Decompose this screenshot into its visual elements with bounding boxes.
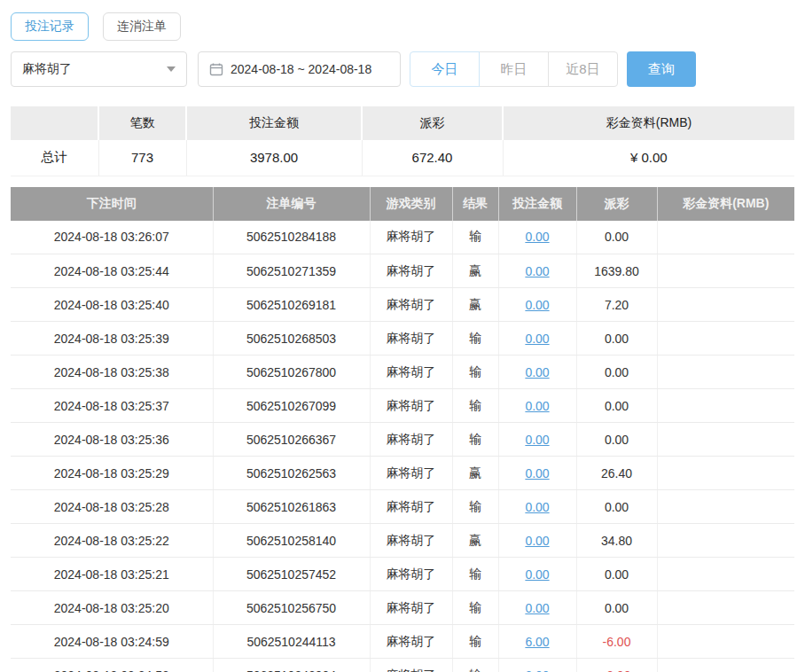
- bet-amount-link[interactable]: 0.00: [525, 298, 549, 312]
- cell-order-number: 5062510256750: [213, 591, 370, 625]
- cell-payout: 34.80: [576, 524, 657, 558]
- cell-bonus: [657, 322, 794, 356]
- summary-header-bonus: 彩金资料(RMB): [503, 106, 794, 140]
- table-row: 2024-08-18 03:24:52 5062510242904 麻将胡了 输…: [11, 659, 794, 672]
- cell-bet-time: 2024-08-18 03:25:40: [11, 288, 213, 322]
- summary-total-label: 总计: [11, 140, 98, 176]
- cell-order-number: 5062510284188: [213, 221, 370, 254]
- cell-game-type: 麻将胡了: [370, 457, 452, 490]
- bet-amount-link[interactable]: 6.00: [525, 635, 549, 649]
- tab-bet-records[interactable]: 投注记录: [11, 12, 89, 41]
- cell-payout: 0.00: [576, 558, 657, 591]
- cell-payout: 0.00: [576, 490, 657, 524]
- bet-amount-link[interactable]: 0.00: [525, 534, 549, 548]
- cell-result: 输: [452, 490, 498, 524]
- table-row: 2024-08-18 03:26:07 5062510284188 麻将胡了 输…: [11, 221, 794, 254]
- date-range-value: 2024-08-18 ~ 2024-08-18: [231, 62, 371, 76]
- bet-amount-link[interactable]: 0.00: [525, 399, 549, 413]
- cell-bonus: [657, 457, 794, 490]
- cell-bonus: [657, 288, 794, 322]
- search-button[interactable]: 查询: [627, 51, 696, 87]
- quick-range-today[interactable]: 今日: [410, 51, 480, 87]
- table-row: 2024-08-18 03:25:37 5062510267099 麻将胡了 输…: [11, 389, 794, 423]
- cell-bet-time: 2024-08-18 03:25:28: [11, 490, 213, 524]
- cell-payout: -2.00: [576, 659, 657, 672]
- cell-bet-amount: 0.00: [498, 254, 576, 288]
- col-header-bonus: 彩金资料(RMB): [657, 187, 794, 221]
- quick-range-last8days[interactable]: 近8日: [548, 51, 618, 87]
- cell-bonus: [657, 625, 794, 659]
- summary-header-payout: 派彩: [362, 106, 503, 140]
- cell-payout: 26.40: [576, 457, 657, 490]
- bet-amount-link[interactable]: 2.00: [525, 668, 549, 672]
- summary-header-count: 笔数: [98, 106, 186, 140]
- cell-payout: -6.00: [576, 625, 657, 659]
- cell-payout: 0.00: [576, 423, 657, 457]
- cell-game-type: 麻将胡了: [370, 356, 452, 389]
- cell-payout: 0.00: [576, 221, 657, 254]
- game-select-value: 麻将胡了: [22, 61, 72, 77]
- bet-amount-link[interactable]: 0.00: [525, 500, 549, 514]
- bet-amount-link[interactable]: 0.00: [525, 433, 549, 447]
- cell-game-type: 麻将胡了: [370, 659, 452, 672]
- cell-result: 输: [452, 322, 498, 356]
- page: 投注记录 连消注单 麻将胡了 2024-08-18 ~ 2024-08-18 今…: [0, 0, 805, 672]
- cell-order-number: 5062510257452: [213, 558, 370, 591]
- table-row: 2024-08-18 03:25:40 5062510269181 麻将胡了 赢…: [11, 288, 794, 322]
- record-tabs: 投注记录 连消注单: [11, 12, 794, 41]
- cell-game-type: 麻将胡了: [370, 221, 452, 254]
- cell-order-number: 5062510267800: [213, 356, 370, 389]
- col-header-result: 结果: [452, 187, 498, 221]
- cell-payout: 0.00: [576, 389, 657, 423]
- table-row: 2024-08-18 03:25:44 5062510271359 麻将胡了 赢…: [11, 254, 794, 288]
- cell-result: 输: [452, 356, 498, 389]
- calendar-icon: [209, 62, 223, 76]
- cell-bet-time: 2024-08-18 03:25:36: [11, 423, 213, 457]
- cell-bet-amount: 0.00: [498, 558, 576, 591]
- bet-amount-link[interactable]: 0.00: [525, 601, 549, 615]
- cell-result: 赢: [452, 457, 498, 490]
- table-row: 2024-08-18 03:25:28 5062510261863 麻将胡了 输…: [11, 490, 794, 524]
- cell-bet-time: 2024-08-18 03:25:39: [11, 322, 213, 356]
- cell-bonus: [657, 389, 794, 423]
- cell-order-number: 5062510262563: [213, 457, 370, 490]
- bet-amount-link[interactable]: 0.00: [525, 567, 549, 582]
- table-row: 2024-08-18 03:24:59 5062510244113 麻将胡了 输…: [11, 625, 794, 659]
- bet-amount-link[interactable]: 0.00: [525, 466, 549, 481]
- cell-bet-amount: 0.00: [498, 524, 576, 558]
- table-row: 2024-08-18 03:25:21 5062510257452 麻将胡了 输…: [11, 558, 794, 591]
- cell-game-type: 麻将胡了: [370, 322, 452, 356]
- cell-bonus: [657, 558, 794, 591]
- cell-bet-amount: 0.00: [498, 457, 576, 490]
- bet-amount-link[interactable]: 0.00: [525, 332, 549, 346]
- quick-range-group: 今日 昨日 近8日: [410, 51, 618, 87]
- cell-bet-time: 2024-08-18 03:25:38: [11, 356, 213, 389]
- cell-bonus: [657, 591, 794, 625]
- cell-bet-amount: 0.00: [498, 322, 576, 356]
- cell-game-type: 麻将胡了: [370, 625, 452, 659]
- bet-amount-link[interactable]: 0.00: [525, 230, 549, 244]
- quick-range-yesterday[interactable]: 昨日: [479, 51, 549, 87]
- cell-bonus: [657, 221, 794, 254]
- cell-bet-time: 2024-08-18 03:26:07: [11, 221, 213, 254]
- summary-table: 笔数 投注金额 派彩 彩金资料(RMB) 总计 773 3978.00 672.…: [11, 106, 794, 176]
- table-row: 2024-08-18 03:25:29 5062510262563 麻将胡了 赢…: [11, 457, 794, 490]
- summary-header-row: 笔数 投注金额 派彩 彩金资料(RMB): [11, 106, 794, 140]
- tab-cancelled-orders[interactable]: 连消注单: [103, 12, 181, 41]
- game-select[interactable]: 麻将胡了: [11, 51, 187, 87]
- bet-amount-link[interactable]: 0.00: [525, 264, 549, 278]
- col-header-bet-time: 下注时间: [11, 187, 213, 221]
- table-row: 2024-08-18 03:25:39 5062510268503 麻将胡了 输…: [11, 322, 794, 356]
- date-range-picker[interactable]: 2024-08-18 ~ 2024-08-18: [198, 51, 401, 87]
- cell-result: 赢: [452, 524, 498, 558]
- cell-bet-amount: 0.00: [498, 591, 576, 625]
- cell-result: 输: [452, 659, 498, 672]
- cell-result: 输: [452, 558, 498, 591]
- bet-table-header-row: 下注时间 注单编号 游戏类别 结果 投注金额 派彩 彩金资料(RMB): [11, 187, 794, 221]
- cell-bet-time: 2024-08-18 03:25:20: [11, 591, 213, 625]
- bet-table-body: 2024-08-18 03:26:07 5062510284188 麻将胡了 输…: [11, 221, 794, 672]
- cell-order-number: 5062510258140: [213, 524, 370, 558]
- cell-payout: 1639.80: [576, 254, 657, 288]
- bet-amount-link[interactable]: 0.00: [525, 365, 549, 379]
- cell-order-number: 5062510268503: [213, 322, 370, 356]
